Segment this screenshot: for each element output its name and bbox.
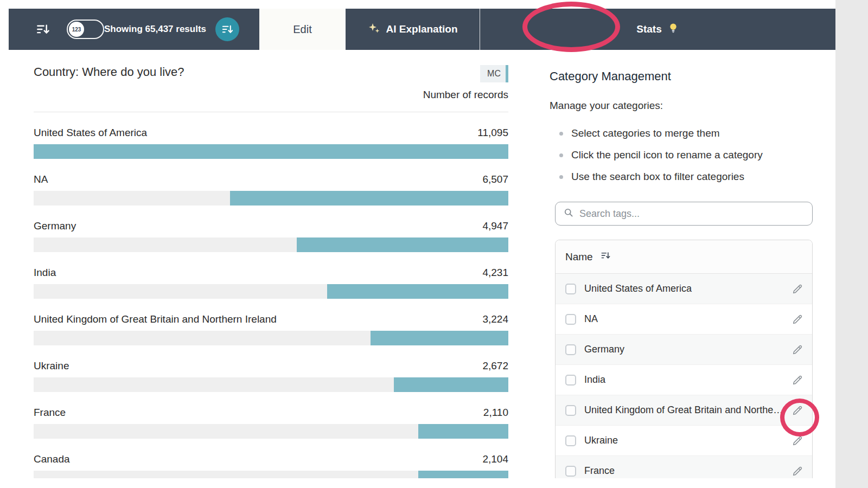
category-row[interactable]: France [556, 456, 812, 478]
chart-divider [34, 112, 508, 112]
search-input[interactable] [579, 208, 805, 220]
category-label: NA [584, 313, 786, 325]
chart-bar-row[interactable]: Ukraine 2,672 [34, 359, 508, 392]
numeric-toggle-knob: 123 [69, 22, 84, 37]
bar-value: 3,224 [482, 312, 508, 326]
bar-track [34, 237, 508, 252]
panel-subtitle: Manage your categories: [550, 100, 827, 112]
chart-bar-row[interactable]: NA 6,507 [34, 172, 508, 206]
edit-pencil-icon[interactable] [792, 465, 803, 477]
numeric-toggle[interactable]: 123 [67, 20, 104, 39]
category-label: France [584, 465, 786, 477]
app-window: 123 Showing 65,437 results Edit AI [9, 9, 835, 478]
edit-pencil-icon[interactable] [792, 313, 803, 325]
category-management-panel: Category Management Manage your categori… [550, 50, 827, 478]
edit-pencil-icon[interactable] [792, 283, 803, 295]
tab-stats-label: Stats [636, 23, 661, 35]
edit-pencil-icon[interactable] [792, 404, 803, 416]
chart-bar-row[interactable]: United Kingdom of Great Britain and Nort… [34, 312, 508, 345]
bar-track [34, 144, 508, 159]
bar-value: 6,507 [482, 172, 508, 187]
bar-label: Ukraine [34, 359, 69, 373]
category-checkbox[interactable] [565, 344, 576, 355]
search-icon [563, 207, 574, 220]
category-label: United Kingdom of Great Britain and Nort… [584, 404, 786, 416]
category-checkbox[interactable] [565, 314, 576, 325]
bar-fill [327, 284, 508, 299]
category-row[interactable]: Ukraine [556, 426, 812, 456]
tab-ai-label: AI Explanation [386, 23, 458, 35]
instruction-item: Click the pencil icon to rename a catego… [550, 144, 827, 166]
category-table: Name United States of America NA [555, 240, 813, 478]
category-row[interactable]: United Kingdom of Great Britain and Nort… [556, 395, 812, 426]
category-rows: United States of America NA Germany [556, 274, 812, 478]
bar-fill [297, 237, 508, 252]
bar-value: 4,947 [482, 219, 508, 233]
category-checkbox[interactable] [565, 435, 576, 446]
bar-track [34, 331, 508, 345]
results-count: Showing 65,437 results [104, 24, 206, 35]
category-checkbox[interactable] [565, 466, 576, 477]
edit-pencil-icon[interactable] [792, 374, 803, 386]
bar-label: United States of America [34, 126, 147, 140]
sort-results-button[interactable] [215, 17, 239, 41]
category-row[interactable]: India [556, 365, 812, 395]
bar-value: 2,672 [482, 359, 508, 373]
category-label: Germany [584, 344, 786, 355]
category-label: Ukraine [584, 435, 786, 446]
tab-stats[interactable]: Stats [480, 9, 835, 50]
tab-ai-explanation[interactable]: AI Explanation [346, 9, 480, 50]
chart-bar-row[interactable]: Germany 4,947 [34, 219, 508, 252]
toolbar-left-group: 123 [9, 9, 104, 50]
edit-pencil-icon[interactable] [792, 435, 803, 447]
bar-value: 2,110 [483, 406, 508, 420]
category-checkbox[interactable] [565, 405, 576, 416]
chart-rows: United States of America 11,095 NA 6,507… [34, 126, 508, 478]
category-row[interactable]: Germany [556, 335, 812, 365]
bar-value: 2,104 [482, 452, 508, 466]
category-row[interactable]: United States of America [556, 274, 812, 304]
sort-icon[interactable] [36, 22, 50, 37]
category-checkbox[interactable] [565, 284, 576, 294]
name-column-header: Name [565, 251, 593, 263]
bar-track [34, 424, 508, 439]
category-checkbox[interactable] [565, 375, 576, 386]
bar-track [34, 471, 508, 478]
edit-pencil-icon[interactable] [792, 344, 803, 356]
bar-value: 11,095 [477, 126, 508, 140]
tab-edit-label: Edit [293, 23, 311, 36]
bar-fill [418, 471, 508, 478]
sparkle-icon [368, 22, 381, 37]
bar-fill [418, 424, 508, 439]
name-sort-icon[interactable] [601, 251, 611, 264]
chart-bar-row[interactable]: India 4,231 [34, 266, 508, 299]
bar-fill [34, 144, 508, 159]
bar-label: Germany [34, 219, 76, 233]
chart-bar-row[interactable]: United States of America 11,095 [34, 126, 508, 159]
bar-label: France [34, 406, 66, 420]
top-toolbar: 123 Showing 65,437 results Edit AI [9, 9, 835, 50]
bar-track [34, 191, 508, 206]
bar-track [34, 377, 508, 392]
chart-area: Country: Where do you live? MC Number of… [34, 50, 508, 478]
bar-track [34, 284, 508, 299]
category-label: United States of America [584, 283, 786, 294]
panel-title: Category Management [550, 69, 827, 84]
bar-label: United Kingdom of Great Britain and Nort… [34, 312, 277, 326]
chart-title: Country: Where do you live? [34, 65, 184, 79]
bar-label: NA [34, 172, 48, 187]
instructions-list: Select categories to merge them Click th… [550, 123, 827, 188]
bar-fill [394, 377, 508, 392]
chart-bar-row[interactable]: Canada 2,104 [34, 452, 508, 478]
chart-bar-row[interactable]: France 2,110 [34, 406, 508, 439]
bar-label: Canada [34, 452, 70, 466]
instruction-item: Select categories to merge them [550, 123, 827, 144]
records-column-header: Number of records [34, 89, 508, 101]
question-type-badge: MC [480, 65, 508, 82]
bar-fill [230, 191, 508, 206]
bar-fill [371, 331, 508, 345]
tab-edit[interactable]: Edit [259, 9, 346, 50]
instruction-item: Use the search box to filter categories [550, 166, 827, 188]
category-row[interactable]: NA [556, 304, 812, 335]
lightbulb-icon [667, 22, 679, 37]
